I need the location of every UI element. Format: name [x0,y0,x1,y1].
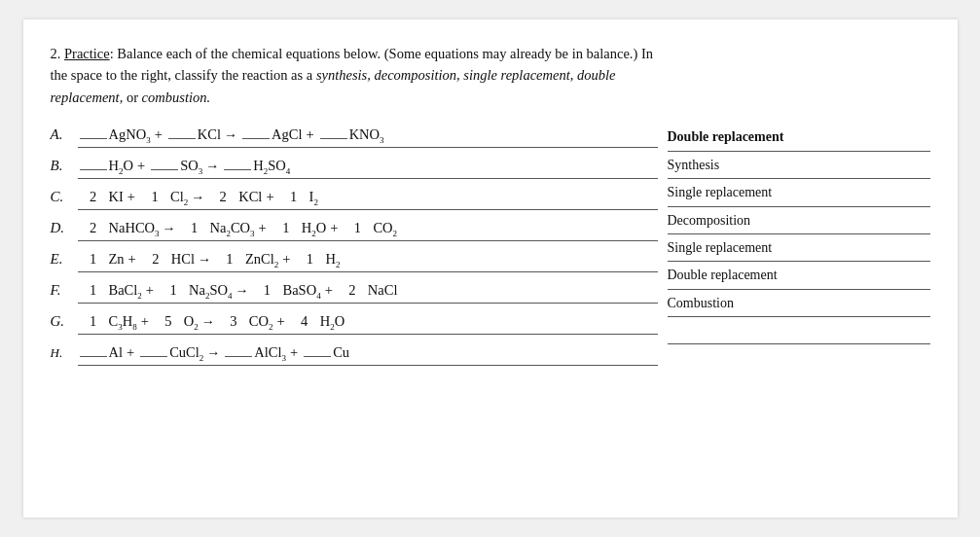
instruction-number: 2. [51,46,61,61]
plus-c2: + [266,189,273,205]
product-h1: AlCl3 [254,344,286,363]
blank-a2 [168,138,196,139]
eq-content-b: H2O + SO3 → H2SO4 [78,158,658,179]
reactant-b1: H2O [109,158,133,176]
reactant-g1: C3H8 [109,313,137,332]
coeff-c4: 1 [280,190,308,204]
coeff-f4: 2 [339,283,366,298]
blank-h4 [304,356,331,357]
eq-label-h: H. [51,345,78,361]
coeff-c2: 1 [141,190,168,204]
instruction-colon: : Balance each of the chemical equations… [51,46,654,105]
coeff-c3: 2 [209,190,236,204]
coeff-d1: 2 [80,221,107,235]
plus-c1: + [127,189,135,205]
coeff-f1: 1 [80,283,107,298]
equation-row-f: F. 1 BaCl2 + 1 Na2SO4 → 1 BaSO4 + 2 NaCl [51,279,658,310]
product-d2: H2O [302,220,326,238]
eq-label-e: E. [51,251,78,268]
product-h2: Cu [333,344,349,361]
equation-row-h: H. Al + CuCl2 → AlCl3 + Cu [51,341,658,373]
arrow-e: → [198,252,211,268]
plus-g2: + [276,313,284,330]
arrow-g: → [201,314,215,330]
equations-left: A. AgNO3 + KCl → AgCl + KNO3 B. [51,124,658,373]
plus-f1: + [146,282,154,299]
eq-content-d: 2 NaHCO3 → 1 Na2CO3 + 1 H2O + 1 CO2 [78,220,658,241]
plus-b1: + [137,158,145,174]
plus-a1: + [155,126,163,143]
eq-content-a: AgNO3 + KCl → AgCl + KNO3 [78,126,658,148]
reactant-h1: Al [109,344,124,361]
equation-row-c: C. 2 KI + 1 Cl2 → 2 KCl + 1 I2 [51,186,658,217]
eq-label-g: G. [51,313,78,330]
coeff-f3: 1 [253,283,280,298]
equations-right: Double replacement Synthesis Single repl… [658,124,930,373]
product-e2: H2 [325,251,340,269]
reactant-d1: NaHCO3 [109,220,160,238]
reactant-e1: Zn [109,251,125,268]
coeff-e2: 2 [142,252,169,267]
product-c2: I2 [309,189,318,207]
type-label-g: Combustion [668,290,930,317]
product-a1: AgCl [272,126,302,143]
reactant-b2: SO3 [180,158,202,176]
blank-b3 [224,169,251,170]
eq-content-g: 1 C3H8 + 5 O2 → 3 CO2 + 4 H2O [78,313,658,335]
blank-h3 [225,356,252,357]
reactant-c2: Cl2 [170,189,188,207]
blank-b2 [151,169,178,170]
type-label-h [668,317,930,344]
eq-content-c: 2 KI + 1 Cl2 → 2 KCl + 1 I2 [78,189,658,210]
plus-a2: + [306,126,313,143]
eq-label-d: D. [51,220,78,236]
product-f1: BaSO4 [282,282,320,301]
blank-h1 [80,356,107,357]
equation-row-g: G. 1 C3H8 + 5 O2 → 3 CO2 + 4 H2O [51,310,658,341]
eq-content-f: 1 BaCl2 + 1 Na2SO4 → 1 BaSO4 + 2 NaCl [78,282,658,304]
product-g2: H2O [320,313,345,332]
eq-label-a: A. [51,126,78,143]
type-label-a: Double replacement [668,124,930,151]
type-label-b: Synthesis [668,152,930,179]
equation-row-d: D. 2 NaHCO3 → 1 Na2CO3 + 1 H2O + 1 CO2 [51,217,658,248]
reactant-g2: O2 [184,313,199,332]
type-label-e: Single replacement [668,234,930,262]
plus-g1: + [141,313,149,330]
product-e1: ZnCl2 [245,251,278,269]
plus-h1: + [127,344,134,361]
reactant-e2: HCl [171,251,195,268]
coeff-d2: 1 [181,221,208,235]
eq-content-e: 1 Zn + 2 HCl → 1 ZnCl2 + 1 H2 [78,251,658,272]
product-c1: KCl [238,189,262,205]
coeff-d3: 1 [272,221,300,235]
reactant-a2: KCl [198,126,221,143]
arrow-a: → [224,127,237,143]
equations-area: A. AgNO3 + KCl → AgCl + KNO3 B. [51,124,930,373]
arrow-b: → [205,159,219,174]
product-d1: Na2CO3 [210,220,255,238]
plus-h2: + [290,344,298,361]
plus-e2: + [282,251,290,268]
plus-d2: + [330,220,338,236]
page: 2. Practice: Balance each of the chemica… [23,19,958,518]
reactant-a1: AgNO3 [109,126,151,145]
blank-a3 [242,138,270,139]
coeff-g1: 1 [80,314,107,329]
coeff-g3: 3 [220,314,247,329]
type-label-c: Single replacement [668,179,930,206]
plus-e1: + [128,251,136,268]
plus-d1: + [259,220,267,236]
coeff-f2: 1 [160,283,187,298]
reactant-c1: KI [109,189,124,205]
eq-label-f: F. [51,282,78,299]
type-label-d: Decomposition [668,207,930,234]
eq-label-b: B. [51,158,78,174]
blank-a1 [80,138,107,139]
plus-f2: + [325,282,333,299]
equation-row-e: E. 1 Zn + 2 HCl → 1 ZnCl2 + 1 H2 [51,248,658,279]
coeff-e1: 1 [80,252,107,267]
coeff-g2: 5 [155,314,182,329]
type-label-f: Double replacement [668,262,930,289]
reactant-f2: Na2SO4 [189,282,232,301]
